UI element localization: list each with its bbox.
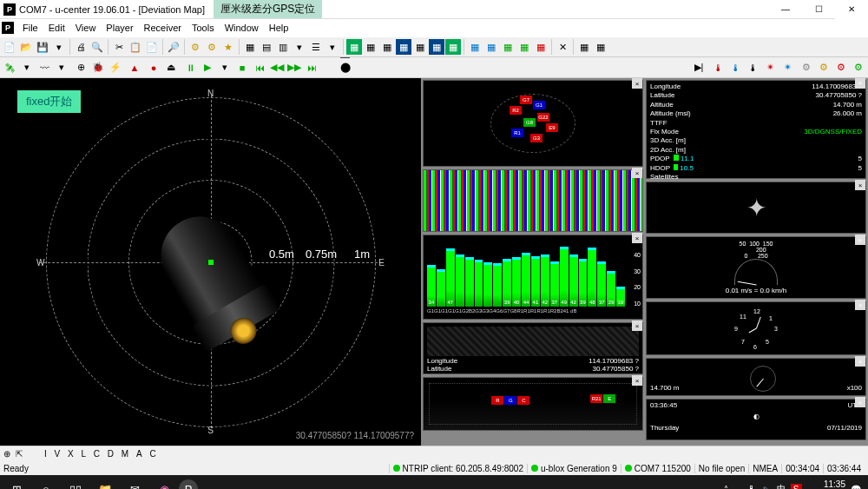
save-icon[interactable]: 💾 bbox=[35, 39, 50, 55]
tray-time[interactable]: 11:35 bbox=[807, 479, 846, 489]
panel4-icon[interactable]: ▦ bbox=[396, 39, 411, 55]
notifications-icon[interactable]: 💬 bbox=[851, 485, 861, 490]
gear4-icon[interactable]: ⚙ bbox=[851, 60, 866, 76]
scrub-icon[interactable]: —⬤— bbox=[340, 60, 356, 76]
therm2-icon[interactable]: 🌡 bbox=[727, 60, 743, 76]
eject-icon[interactable]: ⏏ bbox=[163, 60, 179, 76]
tool-icon[interactable]: ⚙ bbox=[187, 39, 203, 55]
pane-close-icon[interactable]: × bbox=[632, 320, 642, 331]
mode-i[interactable]: I bbox=[42, 449, 49, 459]
extra1-icon[interactable]: ▦ bbox=[576, 39, 592, 55]
mode-v[interactable]: V bbox=[52, 449, 63, 459]
tray-network-icon[interactable]: 🖧 bbox=[747, 485, 756, 490]
copy-icon[interactable]: 📋 bbox=[128, 39, 143, 55]
mode-x[interactable]: X bbox=[65, 449, 76, 459]
bug-icon[interactable]: 🐞 bbox=[90, 60, 106, 76]
pane-close-icon[interactable]: × bbox=[632, 168, 642, 178]
gear3-icon[interactable]: ⚙ bbox=[833, 60, 849, 76]
menu-window[interactable]: Window bbox=[220, 21, 264, 35]
wave-icon[interactable]: 〰 bbox=[36, 60, 52, 76]
menu-view[interactable]: View bbox=[70, 21, 102, 35]
bolt-icon[interactable]: ⚡ bbox=[108, 60, 123, 76]
grid3-icon[interactable]: ▦ bbox=[500, 39, 516, 55]
explorer-icon[interactable]: 📁 bbox=[90, 477, 120, 489]
tool3-icon[interactable]: ★ bbox=[220, 39, 236, 55]
tray-up-icon[interactable]: ˄ bbox=[724, 485, 728, 490]
pane-close-icon[interactable]: × bbox=[855, 397, 865, 407]
end-icon[interactable]: ▶| bbox=[691, 60, 707, 76]
pane-close-icon[interactable]: × bbox=[632, 233, 642, 243]
tray-cloud-icon[interactable]: ☁ bbox=[733, 485, 742, 490]
pane-close-icon[interactable]: × bbox=[632, 78, 642, 89]
wave-dd-icon[interactable]: ▾ bbox=[54, 60, 69, 76]
mode-d[interactable]: D bbox=[105, 449, 116, 459]
therm3-icon[interactable]: 🌡 bbox=[745, 60, 760, 76]
tool2-icon[interactable]: ⚙ bbox=[204, 39, 220, 55]
view6-icon[interactable]: ▾ bbox=[325, 39, 340, 55]
mode-c2[interactable]: C bbox=[147, 449, 158, 459]
stop-icon[interactable]: ■ bbox=[234, 60, 250, 76]
sensor1-icon[interactable]: ✴ bbox=[762, 60, 778, 76]
play-icon[interactable]: ▶ bbox=[200, 60, 215, 76]
taskview-icon[interactable]: ▯▯ bbox=[61, 477, 90, 489]
minimize-button[interactable]: — bbox=[769, 0, 802, 19]
menu-tools[interactable]: Tools bbox=[187, 21, 220, 35]
mode-a[interactable]: A bbox=[134, 449, 145, 459]
crosshair-icon[interactable]: ⊕ bbox=[3, 449, 10, 459]
menu-player[interactable]: Player bbox=[101, 21, 138, 35]
gear1-icon[interactable]: ⚙ bbox=[799, 60, 814, 76]
mode-c[interactable]: C bbox=[91, 449, 102, 459]
panel2-icon[interactable]: ▦ bbox=[363, 39, 378, 55]
sat-icon[interactable]: 🛰 bbox=[2, 60, 17, 76]
sat-dd-icon[interactable]: ▾ bbox=[19, 60, 35, 76]
search-icon[interactable]: ○ bbox=[31, 477, 61, 489]
view5-icon[interactable]: ☰ bbox=[308, 39, 324, 55]
save-dropdown-icon[interactable]: ▾ bbox=[51, 39, 67, 55]
mail-icon[interactable]: ✉ bbox=[120, 477, 149, 489]
view2-icon[interactable]: ▤ bbox=[259, 39, 274, 55]
menu-file[interactable]: File bbox=[17, 21, 43, 35]
mode-m[interactable]: M bbox=[119, 449, 131, 459]
preview-icon[interactable]: 🔍 bbox=[89, 39, 105, 55]
panel5-icon[interactable]: ▦ bbox=[412, 39, 428, 55]
sensor2-icon[interactable]: ✴ bbox=[779, 60, 795, 76]
app1-icon[interactable]: ◉ bbox=[149, 477, 179, 489]
view4-icon[interactable]: ▾ bbox=[292, 39, 307, 55]
menu-help[interactable]: Help bbox=[264, 21, 294, 35]
grid5-icon[interactable]: ▦ bbox=[533, 39, 549, 55]
view3-icon[interactable]: ▥ bbox=[275, 39, 291, 55]
play-dd-icon[interactable]: ▾ bbox=[217, 60, 233, 76]
marker-icon[interactable]: ▲ bbox=[127, 60, 142, 76]
pane-close-icon[interactable]: × bbox=[855, 235, 865, 245]
paste-icon[interactable]: 📄 bbox=[144, 39, 160, 55]
back-icon[interactable]: ◀◀ bbox=[269, 60, 285, 76]
tray-sogou-icon[interactable]: S bbox=[791, 484, 802, 490]
extra2-icon[interactable]: ▦ bbox=[593, 39, 608, 55]
mode-l[interactable]: L bbox=[78, 449, 89, 459]
new-icon[interactable]: 📄 bbox=[2, 39, 17, 55]
panel3-icon[interactable]: ▦ bbox=[379, 39, 395, 55]
panel7-icon[interactable]: ▦ bbox=[445, 39, 461, 55]
print-icon[interactable]: 🖨 bbox=[73, 39, 89, 55]
fwd-icon[interactable]: ▶▶ bbox=[286, 60, 302, 76]
grid1-icon[interactable]: ▦ bbox=[467, 39, 483, 55]
close-panel-icon[interactable]: ✕ bbox=[555, 39, 570, 55]
grid2-icon[interactable]: ▦ bbox=[483, 39, 499, 55]
start-button[interactable]: ⊞ bbox=[2, 477, 31, 489]
pane-close-icon[interactable]: × bbox=[855, 300, 865, 310]
tray-ime-icon[interactable]: 中 bbox=[777, 483, 786, 489]
cut-icon[interactable]: ✂ bbox=[111, 39, 127, 55]
pane-close-icon[interactable]: × bbox=[855, 356, 865, 367]
target-icon[interactable]: ⊕ bbox=[73, 60, 89, 76]
pane-close-icon[interactable]: × bbox=[855, 78, 865, 89]
panel6-icon[interactable]: ▦ bbox=[429, 39, 444, 55]
nav-icon[interactable]: ⇱ bbox=[16, 449, 23, 459]
pause-icon[interactable]: ⏸ bbox=[182, 60, 198, 76]
app2-icon[interactable]: P bbox=[179, 479, 198, 489]
open-icon[interactable]: 📂 bbox=[18, 39, 34, 55]
grid4-icon[interactable]: ▦ bbox=[516, 39, 532, 55]
rewind-icon[interactable]: ⏮ bbox=[252, 60, 267, 76]
pane-close-icon[interactable]: × bbox=[632, 375, 642, 386]
view1-icon[interactable]: ▦ bbox=[242, 39, 258, 55]
gear2-icon[interactable]: ⚙ bbox=[816, 60, 832, 76]
